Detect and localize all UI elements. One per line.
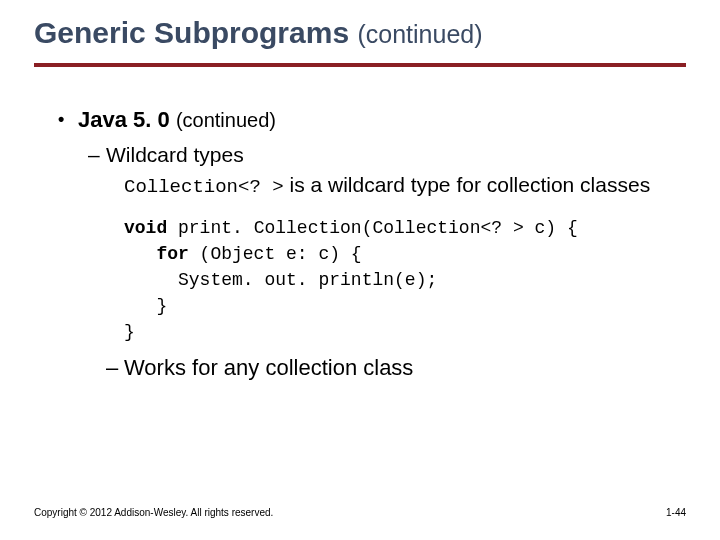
code-line-3: System. out. println(e);: [124, 270, 437, 290]
code-block: void print. Collection(Collection<? > c)…: [62, 215, 680, 345]
wildcard-code-inline: Collection<? >: [124, 176, 284, 198]
kw-void: void: [124, 218, 167, 238]
title-continued: (continued): [357, 20, 482, 48]
bullet-works-label: Works for any collection class: [124, 355, 413, 380]
slide-title: Generic Subprograms (continued): [34, 16, 483, 49]
footer-pagenum: 1-44: [666, 507, 686, 518]
wildcard-desc-tail: is a wildcard type for collection classe…: [284, 173, 651, 196]
bullet-java-cont: (continued): [176, 109, 276, 131]
bullet-wildcard: Wildcard types: [62, 143, 680, 167]
wildcard-description: Collection<? > is a wildcard type for co…: [62, 171, 680, 201]
footer-copyright: Copyright © 2012 Addison-Wesley. All rig…: [34, 507, 273, 518]
code-line-2b: (Object e: c) {: [189, 244, 362, 264]
title-main: Generic Subprograms: [34, 16, 349, 49]
code-line-4: }: [124, 296, 167, 316]
code-line-5: }: [124, 322, 135, 342]
bullet-java-label: Java 5. 0: [78, 107, 170, 132]
title-row: Generic Subprograms (continued): [0, 0, 720, 49]
code-line-1b: print. Collection(Collection<? > c) {: [167, 218, 577, 238]
kw-for: for: [124, 244, 189, 264]
slide-body: Java 5. 0 (continued) Wildcard types Col…: [0, 67, 720, 381]
bullet-works: Works for any collection class: [62, 355, 680, 381]
bullet-wildcard-label: Wildcard types: [106, 143, 244, 166]
bullet-java: Java 5. 0 (continued): [62, 107, 680, 133]
slide: Generic Subprograms (continued) Java 5. …: [0, 0, 720, 540]
